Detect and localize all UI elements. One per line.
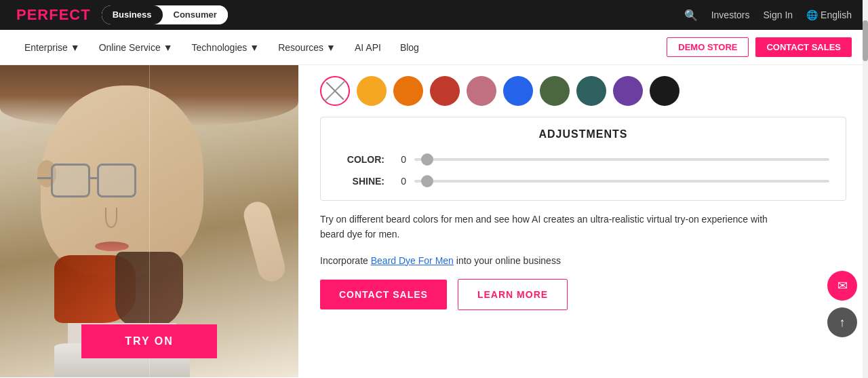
chevron-down-icon: ▼ bbox=[250, 30, 259, 65]
color-value: 0 bbox=[393, 154, 406, 165]
swatch-none[interactable] bbox=[320, 76, 350, 106]
email-float-button[interactable]: ✉ bbox=[827, 271, 857, 301]
swatch-teal[interactable] bbox=[576, 76, 606, 106]
language-selector[interactable]: 🌐 English bbox=[806, 10, 852, 20]
top-bar: PERFECT Business Consumer 🔍 Investors Si… bbox=[0, 0, 868, 30]
scroll-up-button[interactable]: ↑ bbox=[827, 307, 857, 337]
logo: PERFECT bbox=[16, 6, 91, 24]
learn-more-button[interactable]: LEARN MORE bbox=[458, 279, 568, 310]
swatch-green[interactable] bbox=[540, 76, 570, 106]
cta-buttons: CONTACT SALES LEARN MORE bbox=[320, 279, 846, 310]
color-slider-track bbox=[414, 158, 829, 161]
search-icon[interactable]: 🔍 bbox=[684, 9, 698, 22]
toggle-business[interactable]: Business bbox=[102, 5, 163, 24]
try-on-button[interactable]: TRY ON bbox=[81, 324, 217, 358]
shine-label: SHINE: bbox=[337, 176, 384, 187]
nav-technologies[interactable]: Technologies ▼ bbox=[184, 30, 268, 65]
swatch-red[interactable] bbox=[430, 76, 460, 106]
chevron-down-icon: ▼ bbox=[326, 30, 336, 65]
description-paragraph-2: Incorporate Beard Dye For Men into your … bbox=[320, 253, 781, 268]
language-label: English bbox=[821, 10, 852, 20]
nav-bar: Enterprise ▼ Online Service ▼ Technologi… bbox=[0, 30, 868, 65]
adjustments-box: ADJUSTMENTS COLOR: 0 SHINE: 0 bbox=[320, 117, 846, 201]
swatch-purple[interactable] bbox=[613, 76, 643, 106]
color-swatches bbox=[320, 76, 846, 106]
nav-online-service[interactable]: Online Service ▼ bbox=[91, 30, 181, 65]
color-label: COLOR: bbox=[337, 154, 384, 165]
svg-line-0 bbox=[325, 81, 345, 101]
shine-slider-thumb[interactable] bbox=[421, 175, 433, 187]
chevron-down-icon: ▼ bbox=[163, 30, 173, 65]
main-content: TRY ON ADJUSTMENTS COLOR: bbox=[0, 65, 868, 377]
swatch-blue[interactable] bbox=[503, 76, 533, 106]
arrow-up-icon: ↑ bbox=[840, 316, 846, 330]
shine-value: 0 bbox=[393, 176, 406, 187]
toggle-group: Business Consumer bbox=[102, 5, 228, 24]
beard-dye-link[interactable]: Beard Dye For Men bbox=[371, 255, 454, 266]
chevron-down-icon: ▼ bbox=[71, 30, 80, 65]
scrollbar-track bbox=[863, 0, 868, 377]
nav-ai-api[interactable]: AI API bbox=[347, 30, 389, 65]
top-bar-left: PERFECT Business Consumer bbox=[16, 5, 228, 24]
email-icon: ✉ bbox=[837, 278, 848, 293]
sign-in-link[interactable]: Sign In bbox=[763, 10, 793, 20]
color-slider-thumb[interactable] bbox=[421, 153, 433, 166]
scrollbar-thumb[interactable] bbox=[863, 20, 868, 61]
nav-blog[interactable]: Blog bbox=[392, 30, 427, 65]
demo-store-button[interactable]: DEMO STORE bbox=[667, 37, 749, 57]
nav-right: DEMO STORE CONTACT SALES bbox=[667, 37, 852, 57]
adjustments-title: ADJUSTMENTS bbox=[337, 128, 829, 140]
right-panel: ADJUSTMENTS COLOR: 0 SHINE: 0 Try on dif… bbox=[298, 65, 868, 377]
globe-icon: 🌐 bbox=[806, 10, 818, 20]
toggle-consumer[interactable]: Consumer bbox=[163, 5, 228, 24]
nav-left: Enterprise ▼ Online Service ▼ Technologi… bbox=[16, 30, 427, 65]
swatch-orange[interactable] bbox=[393, 76, 423, 106]
swatch-mauve[interactable] bbox=[467, 76, 496, 106]
shine-adjustment-row: SHINE: 0 bbox=[337, 176, 829, 187]
nav-enterprise[interactable]: Enterprise ▼ bbox=[16, 30, 88, 65]
swatch-black[interactable] bbox=[650, 76, 679, 106]
description-text: Try on different beard colors for men an… bbox=[320, 212, 781, 242]
float-buttons: ✉ ↑ bbox=[827, 271, 857, 337]
top-bar-right: 🔍 Investors Sign In 🌐 English bbox=[684, 9, 852, 22]
contact-sales-button[interactable]: CONTACT SALES bbox=[320, 280, 447, 309]
swatch-amber[interactable] bbox=[357, 76, 387, 106]
description-paragraph-1: Try on different beard colors for men an… bbox=[320, 212, 781, 242]
nav-resources[interactable]: Resources ▼ bbox=[270, 30, 344, 65]
image-panel: TRY ON bbox=[0, 65, 298, 377]
investors-link[interactable]: Investors bbox=[711, 10, 750, 20]
color-adjustment-row: COLOR: 0 bbox=[337, 154, 829, 165]
shine-slider-track bbox=[414, 180, 829, 183]
nav-contact-sales-button[interactable]: CONTACT SALES bbox=[755, 37, 852, 57]
